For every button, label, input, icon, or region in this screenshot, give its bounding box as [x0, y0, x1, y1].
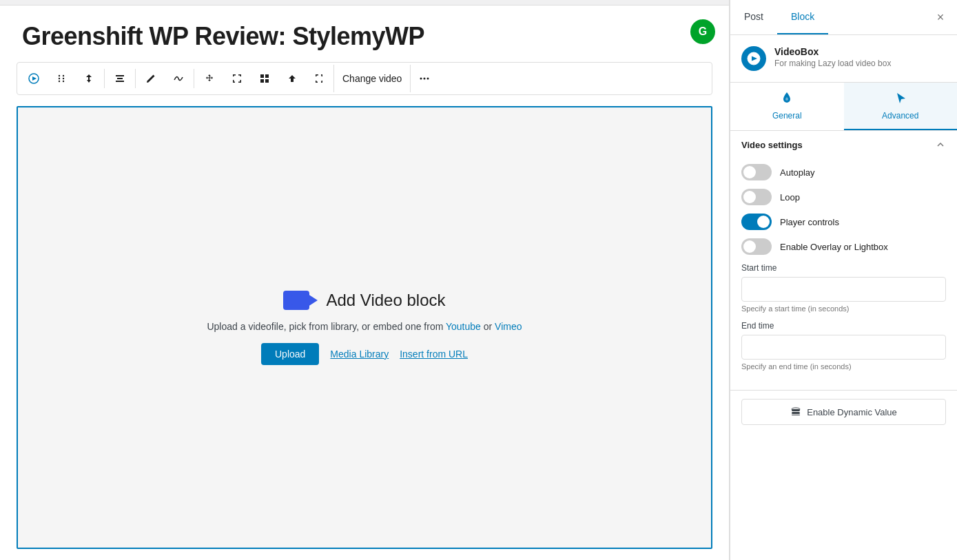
svg-rect-12 [265, 74, 269, 78]
dynamic-value-label: Enable Dynamic Value [807, 407, 897, 417]
drag-button[interactable] [48, 65, 75, 92]
svg-rect-18 [291, 295, 301, 305]
svg-rect-8 [116, 75, 124, 76]
upload-button[interactable]: Upload [261, 343, 319, 365]
general-icon [780, 91, 794, 108]
toolbar-divider-2 [135, 69, 136, 88]
svg-point-17 [426, 78, 429, 80]
video-settings-header[interactable]: Video settings [730, 131, 957, 158]
loop-slider [741, 189, 772, 205]
fullscreen-button[interactable] [306, 65, 333, 92]
block-description: For making Lazy load video box [774, 59, 891, 68]
post-title[interactable]: Greenshift WP Review: StylemyWP [0, 6, 729, 62]
up-button[interactable] [278, 65, 306, 92]
end-time-group: End time Specify an end time (in seconds… [741, 321, 946, 371]
insert-from-url-button[interactable]: Insert from URL [400, 349, 468, 360]
loop-label: Loop [780, 192, 800, 203]
end-time-hint: Specify an end time (in seconds) [741, 362, 946, 371]
sidebar-tabs: Post Block [730, 0, 927, 34]
collapse-icon [935, 139, 946, 150]
reorder-button[interactable] [75, 65, 103, 92]
svg-point-5 [63, 75, 64, 76]
vimeo-link[interactable]: Vimeo [495, 321, 522, 332]
move-button[interactable] [196, 65, 223, 92]
autoplay-toggle-row: Autoplay [741, 164, 946, 180]
panel-tabs: General Advanced [730, 83, 957, 131]
end-time-input[interactable] [741, 335, 946, 360]
video-placeholder: Add Video block Upload a videofile, pick… [207, 291, 522, 365]
svg-point-7 [63, 81, 64, 82]
panel-tab-advanced[interactable]: Advanced [844, 83, 958, 130]
toolbar-divider-1 [104, 69, 105, 88]
editor-area: Greenshift WP Review: StylemyWP G [0, 0, 730, 560]
media-library-button[interactable]: Media Library [330, 349, 389, 360]
panel-tab-general[interactable]: General [730, 83, 844, 130]
block-name: VideoBox [774, 46, 891, 57]
block-toolbar: Change video [17, 62, 712, 95]
video-icon-title: Add Video block [283, 291, 445, 310]
wave-button[interactable] [165, 65, 192, 92]
svg-rect-14 [265, 79, 269, 83]
svg-point-6 [63, 78, 64, 79]
loop-toggle[interactable] [741, 189, 772, 205]
video-settings-section: Video settings Autoplay [730, 131, 957, 391]
sidebar: Post Block × VideoBox For making Lazy lo… [730, 0, 957, 560]
start-time-input[interactable] [741, 277, 946, 302]
add-video-label: Add Video block [326, 291, 445, 310]
overlay-toggle-row: Enable Overlay or Lightbox [741, 238, 946, 255]
player-controls-slider [741, 214, 772, 230]
toolbar-divider-3 [194, 69, 194, 88]
autoplay-slider [741, 164, 772, 180]
upload-text: Upload a videofile, pick from library, o… [207, 321, 522, 332]
svg-rect-22 [792, 415, 800, 415]
advanced-icon [894, 91, 907, 108]
player-controls-toggle[interactable] [741, 214, 772, 230]
video-settings-title: Video settings [741, 140, 803, 150]
play-button[interactable] [20, 65, 48, 92]
end-time-label: End time [741, 321, 946, 331]
editor-wrapper: Greenshift WP Review: StylemyWP G [0, 6, 729, 560]
block-icon [741, 46, 766, 71]
close-button[interactable]: × [927, 3, 954, 31]
video-block-icon [283, 291, 318, 310]
pen-button[interactable] [137, 65, 165, 92]
player-controls-toggle-row: Player controls [741, 214, 946, 230]
dynamic-value-button[interactable]: Enable Dynamic Value [741, 399, 946, 425]
svg-marker-1 [32, 76, 37, 81]
advanced-label: Advanced [882, 111, 918, 121]
autoplay-toggle[interactable] [741, 164, 772, 180]
change-video-button[interactable]: Change video [333, 65, 410, 92]
overlay-toggle[interactable] [741, 238, 772, 255]
svg-point-4 [59, 81, 60, 82]
expand-button[interactable] [223, 65, 251, 92]
sidebar-content: Video settings Autoplay [730, 131, 957, 560]
svg-point-3 [59, 78, 60, 79]
autoplay-label: Autoplay [780, 167, 815, 178]
loop-toggle-row: Loop [741, 189, 946, 205]
upload-actions: Upload Media Library Insert from URL [261, 343, 468, 365]
general-label: General [772, 111, 802, 121]
align-button[interactable] [106, 65, 134, 92]
start-time-hint: Specify a start time (in seconds) [741, 304, 946, 313]
block-info-text: VideoBox For making Lazy load video box [774, 46, 891, 68]
start-time-label: Start time [741, 263, 946, 273]
avatar[interactable]: G [690, 19, 715, 44]
youtube-link[interactable]: Youtube [446, 321, 481, 332]
block-content: Add Video block Upload a videofile, pick… [17, 106, 712, 549]
overlay-slider [741, 238, 772, 255]
block-info: VideoBox For making Lazy load video box [730, 35, 957, 83]
svg-rect-9 [117, 78, 123, 79]
video-settings-body: Autoplay Loop Player control [730, 158, 957, 390]
svg-point-2 [59, 75, 60, 76]
start-time-group: Start time Specify a start time (in seco… [741, 263, 946, 313]
overlay-label: Enable Overlay or Lightbox [780, 242, 888, 252]
svg-rect-10 [116, 81, 124, 82]
tab-post[interactable]: Post [730, 0, 777, 34]
database-icon [790, 406, 801, 417]
tab-block[interactable]: Block [777, 0, 828, 34]
more-options-button[interactable] [410, 65, 438, 92]
editor-top-bar [0, 0, 729, 6]
grid-button[interactable] [251, 65, 278, 92]
svg-point-16 [423, 78, 425, 80]
svg-rect-21 [792, 412, 800, 414]
